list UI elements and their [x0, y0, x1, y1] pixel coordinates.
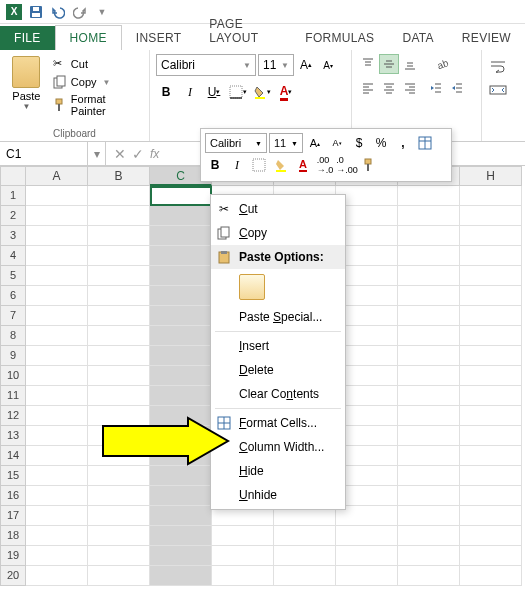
cell[interactable] — [398, 486, 460, 506]
decrease-indent-icon[interactable] — [426, 78, 446, 98]
cell[interactable] — [212, 546, 274, 566]
cell[interactable] — [460, 326, 522, 346]
cell[interactable] — [88, 266, 150, 286]
cell[interactable] — [460, 246, 522, 266]
cm-clear-contents[interactable]: Clear Contents — [211, 382, 345, 406]
cell[interactable] — [398, 426, 460, 446]
cell[interactable] — [398, 306, 460, 326]
cell[interactable] — [88, 506, 150, 526]
cell[interactable] — [88, 246, 150, 266]
cell[interactable] — [398, 266, 460, 286]
row-header-3[interactable]: 3 — [0, 226, 26, 246]
decrease-font-icon[interactable]: A▾ — [318, 55, 338, 75]
fill-color-button[interactable]: ▾ — [252, 82, 272, 102]
select-all-corner[interactable] — [0, 166, 26, 186]
copy-button[interactable]: Copy▼ — [51, 74, 143, 90]
name-box-dropdown-icon[interactable]: ▾ — [88, 142, 106, 165]
align-middle-icon[interactable] — [379, 54, 399, 74]
mt-font-color-icon[interactable]: A — [293, 155, 313, 175]
mt-increase-font-icon[interactable]: A▴ — [305, 133, 325, 153]
save-icon[interactable] — [26, 2, 46, 22]
font-name-combo[interactable]: Calibri▼ — [156, 54, 256, 76]
cell[interactable] — [398, 206, 460, 226]
cell[interactable] — [150, 366, 212, 386]
tab-home[interactable]: HOME — [55, 25, 122, 50]
cell[interactable] — [26, 526, 88, 546]
cell[interactable] — [26, 226, 88, 246]
cell[interactable] — [26, 286, 88, 306]
cell[interactable] — [398, 466, 460, 486]
cell[interactable] — [88, 326, 150, 346]
cell[interactable] — [460, 406, 522, 426]
cell[interactable] — [336, 526, 398, 546]
cell[interactable] — [26, 186, 88, 206]
cell[interactable] — [460, 226, 522, 246]
tab-page-layout[interactable]: PAGE LAYOUT — [195, 12, 291, 50]
cell[interactable] — [150, 466, 212, 486]
cell[interactable] — [88, 206, 150, 226]
cell[interactable] — [88, 386, 150, 406]
cell[interactable] — [460, 206, 522, 226]
mt-percent-icon[interactable]: % — [371, 133, 391, 153]
cell[interactable] — [150, 206, 212, 226]
undo-icon[interactable] — [48, 2, 68, 22]
cell[interactable] — [150, 306, 212, 326]
row-header-1[interactable]: 1 — [0, 186, 26, 206]
cell[interactable] — [460, 266, 522, 286]
mt-font-name[interactable]: Calibri▼ — [205, 133, 267, 153]
row-header-8[interactable]: 8 — [0, 326, 26, 346]
tab-review[interactable]: REVIEW — [448, 26, 525, 50]
cell[interactable] — [398, 506, 460, 526]
cell[interactable] — [150, 346, 212, 366]
cell[interactable] — [460, 466, 522, 486]
cell[interactable] — [88, 526, 150, 546]
cell[interactable] — [150, 526, 212, 546]
cell[interactable] — [398, 286, 460, 306]
enter-icon[interactable]: ✓ — [132, 146, 144, 162]
cell[interactable] — [88, 486, 150, 506]
cell[interactable] — [88, 306, 150, 326]
col-header-H[interactable]: H — [460, 166, 522, 186]
row-header-4[interactable]: 4 — [0, 246, 26, 266]
cell[interactable] — [26, 306, 88, 326]
mt-decrease-decimal-icon[interactable]: .00→.0 — [315, 155, 335, 175]
cell[interactable] — [26, 446, 88, 466]
cell[interactable] — [398, 406, 460, 426]
cell[interactable] — [150, 506, 212, 526]
cell[interactable] — [26, 426, 88, 446]
row-header-17[interactable]: 17 — [0, 506, 26, 526]
cell[interactable] — [88, 186, 150, 206]
cell[interactable] — [398, 366, 460, 386]
merge-center-icon[interactable] — [488, 80, 508, 100]
tab-file[interactable]: FILE — [0, 26, 55, 50]
cm-paste-special[interactable]: Paste Special... — [211, 305, 345, 329]
row-header-18[interactable]: 18 — [0, 526, 26, 546]
cell[interactable] — [460, 306, 522, 326]
cell[interactable] — [150, 386, 212, 406]
mt-decrease-font-icon[interactable]: A▾ — [327, 133, 347, 153]
increase-font-icon[interactable]: A▴ — [296, 55, 316, 75]
cell[interactable] — [150, 566, 212, 586]
cell[interactable] — [26, 566, 88, 586]
row-header-14[interactable]: 14 — [0, 446, 26, 466]
cm-insert[interactable]: Insert — [211, 334, 345, 358]
mt-bold-icon[interactable]: B — [205, 155, 225, 175]
col-header-B[interactable]: B — [88, 166, 150, 186]
cell[interactable] — [460, 186, 522, 206]
cell[interactable] — [398, 446, 460, 466]
row-header-2[interactable]: 2 — [0, 206, 26, 226]
cell[interactable] — [460, 566, 522, 586]
cm-copy[interactable]: Copy — [211, 221, 345, 245]
cell[interactable] — [336, 566, 398, 586]
cell[interactable] — [88, 346, 150, 366]
cm-delete[interactable]: Delete — [211, 358, 345, 382]
row-header-5[interactable]: 5 — [0, 266, 26, 286]
cell[interactable] — [460, 546, 522, 566]
cell[interactable] — [336, 546, 398, 566]
borders-button[interactable]: ▾ — [228, 82, 248, 102]
cell[interactable] — [26, 246, 88, 266]
mt-format-painter-icon[interactable] — [359, 155, 379, 175]
align-bottom-icon[interactable] — [400, 54, 420, 74]
row-header-9[interactable]: 9 — [0, 346, 26, 366]
format-painter-button[interactable]: Format Painter — [51, 92, 143, 118]
